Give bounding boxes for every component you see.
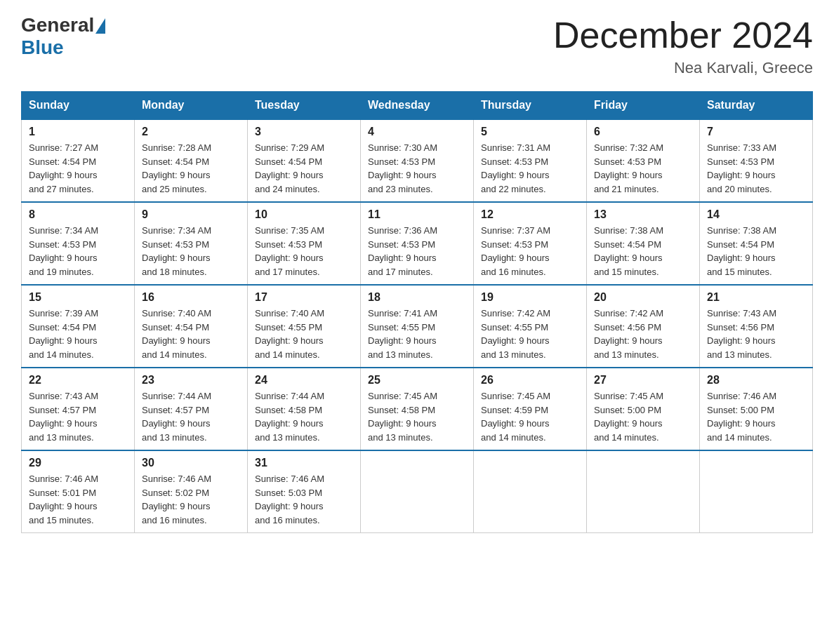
calendar-cell: 29 Sunrise: 7:46 AMSunset: 5:01 PMDaylig… — [22, 450, 135, 533]
column-header-friday: Friday — [587, 92, 700, 120]
day-number: 4 — [368, 126, 466, 138]
calendar-week-row: 29 Sunrise: 7:46 AMSunset: 5:01 PMDaylig… — [22, 450, 813, 533]
day-number: 9 — [142, 208, 240, 221]
day-number: 6 — [594, 126, 692, 138]
day-info: Sunrise: 7:30 AMSunset: 4:53 PMDaylight:… — [368, 142, 437, 194]
calendar-cell: 30 Sunrise: 7:46 AMSunset: 5:02 PMDaylig… — [135, 450, 248, 533]
day-number: 25 — [368, 374, 466, 387]
calendar-cell: 16 Sunrise: 7:40 AMSunset: 4:54 PMDaylig… — [135, 285, 248, 368]
calendar-cell: 14 Sunrise: 7:38 AMSunset: 4:54 PMDaylig… — [700, 202, 813, 285]
day-info: Sunrise: 7:37 AMSunset: 4:53 PMDaylight:… — [481, 225, 550, 277]
calendar-cell: 19 Sunrise: 7:42 AMSunset: 4:55 PMDaylig… — [474, 285, 587, 368]
calendar-cell: 1 Sunrise: 7:27 AMSunset: 4:54 PMDayligh… — [22, 119, 135, 202]
day-info: Sunrise: 7:46 AMSunset: 5:00 PMDaylight:… — [707, 391, 776, 443]
calendar-cell: 9 Sunrise: 7:34 AMSunset: 4:53 PMDayligh… — [135, 202, 248, 285]
calendar-table: SundayMondayTuesdayWednesdayThursdayFrid… — [21, 91, 813, 533]
day-info: Sunrise: 7:46 AMSunset: 5:02 PMDaylight:… — [142, 474, 211, 525]
day-number: 18 — [368, 291, 466, 304]
day-number: 10 — [255, 208, 353, 221]
day-info: Sunrise: 7:40 AMSunset: 4:54 PMDaylight:… — [142, 308, 211, 360]
day-info: Sunrise: 7:43 AMSunset: 4:56 PMDaylight:… — [707, 308, 776, 360]
day-number: 7 — [707, 126, 805, 138]
day-number: 28 — [707, 374, 805, 387]
calendar-cell: 31 Sunrise: 7:46 AMSunset: 5:03 PMDaylig… — [248, 450, 361, 533]
day-number: 29 — [29, 457, 127, 469]
calendar-cell: 26 Sunrise: 7:45 AMSunset: 4:59 PMDaylig… — [474, 368, 587, 450]
day-number: 26 — [481, 374, 579, 387]
logo-blue-text: Blue — [21, 36, 64, 59]
location-text: Nea Karvali, Greece — [553, 59, 813, 77]
calendar-week-row: 8 Sunrise: 7:34 AMSunset: 4:53 PMDayligh… — [22, 202, 813, 285]
day-info: Sunrise: 7:46 AMSunset: 5:03 PMDaylight:… — [255, 474, 324, 525]
day-info: Sunrise: 7:44 AMSunset: 4:58 PMDaylight:… — [255, 391, 324, 443]
day-info: Sunrise: 7:43 AMSunset: 4:57 PMDaylight:… — [29, 391, 98, 443]
day-number: 1 — [29, 126, 127, 138]
day-info: Sunrise: 7:38 AMSunset: 4:54 PMDaylight:… — [707, 225, 776, 277]
day-info: Sunrise: 7:41 AMSunset: 4:55 PMDaylight:… — [368, 308, 437, 360]
day-number: 22 — [29, 374, 127, 387]
day-number: 27 — [594, 374, 692, 387]
calendar-cell: 6 Sunrise: 7:32 AMSunset: 4:53 PMDayligh… — [587, 119, 700, 202]
calendar-cell: 15 Sunrise: 7:39 AMSunset: 4:54 PMDaylig… — [22, 285, 135, 368]
day-number: 2 — [142, 126, 240, 138]
day-number: 20 — [594, 291, 692, 304]
column-header-tuesday: Tuesday — [248, 92, 361, 120]
calendar-week-row: 1 Sunrise: 7:27 AMSunset: 4:54 PMDayligh… — [22, 119, 813, 202]
day-info: Sunrise: 7:40 AMSunset: 4:55 PMDaylight:… — [255, 308, 324, 360]
day-info: Sunrise: 7:33 AMSunset: 4:53 PMDaylight:… — [707, 142, 776, 194]
day-number: 19 — [481, 291, 579, 304]
day-info: Sunrise: 7:42 AMSunset: 4:56 PMDaylight:… — [594, 308, 663, 360]
day-number: 12 — [481, 208, 579, 221]
day-number: 24 — [255, 374, 353, 387]
day-info: Sunrise: 7:32 AMSunset: 4:53 PMDaylight:… — [594, 142, 663, 194]
calendar-cell: 28 Sunrise: 7:46 AMSunset: 5:00 PMDaylig… — [700, 368, 813, 450]
day-info: Sunrise: 7:31 AMSunset: 4:53 PMDaylight:… — [481, 142, 550, 194]
calendar-cell: 5 Sunrise: 7:31 AMSunset: 4:53 PMDayligh… — [474, 119, 587, 202]
calendar-cell: 17 Sunrise: 7:40 AMSunset: 4:55 PMDaylig… — [248, 285, 361, 368]
day-info: Sunrise: 7:28 AMSunset: 4:54 PMDaylight:… — [142, 142, 211, 194]
day-info: Sunrise: 7:44 AMSunset: 4:57 PMDaylight:… — [142, 391, 211, 443]
day-info: Sunrise: 7:36 AMSunset: 4:53 PMDaylight:… — [368, 225, 437, 277]
day-number: 15 — [29, 291, 127, 304]
header: General Blue December 2024 Nea Karvali, … — [21, 14, 813, 77]
calendar-cell: 11 Sunrise: 7:36 AMSunset: 4:53 PMDaylig… — [361, 202, 474, 285]
title-area: December 2024 Nea Karvali, Greece — [553, 14, 813, 77]
day-info: Sunrise: 7:38 AMSunset: 4:54 PMDaylight:… — [594, 225, 663, 277]
day-info: Sunrise: 7:35 AMSunset: 4:53 PMDaylight:… — [255, 225, 324, 277]
day-number: 17 — [255, 291, 353, 304]
day-number: 5 — [481, 126, 579, 138]
column-header-sunday: Sunday — [22, 92, 135, 120]
day-number: 14 — [707, 208, 805, 221]
calendar-cell: 24 Sunrise: 7:44 AMSunset: 4:58 PMDaylig… — [248, 368, 361, 450]
calendar-cell: 3 Sunrise: 7:29 AMSunset: 4:54 PMDayligh… — [248, 119, 361, 202]
day-number: 13 — [594, 208, 692, 221]
day-number: 11 — [368, 208, 466, 221]
day-info: Sunrise: 7:29 AMSunset: 4:54 PMDaylight:… — [255, 142, 324, 194]
calendar-cell: 2 Sunrise: 7:28 AMSunset: 4:54 PMDayligh… — [135, 119, 248, 202]
day-number: 31 — [255, 457, 353, 469]
calendar-cell — [361, 450, 474, 533]
calendar-cell: 18 Sunrise: 7:41 AMSunset: 4:55 PMDaylig… — [361, 285, 474, 368]
calendar-cell — [587, 450, 700, 533]
calendar-header-row: SundayMondayTuesdayWednesdayThursdayFrid… — [22, 92, 813, 120]
day-number: 16 — [142, 291, 240, 304]
calendar-cell: 25 Sunrise: 7:45 AMSunset: 4:58 PMDaylig… — [361, 368, 474, 450]
calendar-cell: 8 Sunrise: 7:34 AMSunset: 4:53 PMDayligh… — [22, 202, 135, 285]
calendar-cell: 21 Sunrise: 7:43 AMSunset: 4:56 PMDaylig… — [700, 285, 813, 368]
column-header-monday: Monday — [135, 92, 248, 120]
calendar-cell: 13 Sunrise: 7:38 AMSunset: 4:54 PMDaylig… — [587, 202, 700, 285]
day-number: 30 — [142, 457, 240, 469]
calendar-cell: 10 Sunrise: 7:35 AMSunset: 4:53 PMDaylig… — [248, 202, 361, 285]
calendar-cell: 7 Sunrise: 7:33 AMSunset: 4:53 PMDayligh… — [700, 119, 813, 202]
calendar-cell: 23 Sunrise: 7:44 AMSunset: 4:57 PMDaylig… — [135, 368, 248, 450]
day-info: Sunrise: 7:46 AMSunset: 5:01 PMDaylight:… — [29, 474, 98, 525]
calendar-cell: 12 Sunrise: 7:37 AMSunset: 4:53 PMDaylig… — [474, 202, 587, 285]
day-number: 21 — [707, 291, 805, 304]
day-info: Sunrise: 7:27 AMSunset: 4:54 PMDaylight:… — [29, 142, 98, 194]
calendar-week-row: 15 Sunrise: 7:39 AMSunset: 4:54 PMDaylig… — [22, 285, 813, 368]
day-info: Sunrise: 7:39 AMSunset: 4:54 PMDaylight:… — [29, 308, 98, 360]
calendar-cell: 4 Sunrise: 7:30 AMSunset: 4:53 PMDayligh… — [361, 119, 474, 202]
month-title: December 2024 — [553, 14, 813, 56]
calendar-cell — [474, 450, 587, 533]
calendar-cell: 22 Sunrise: 7:43 AMSunset: 4:57 PMDaylig… — [22, 368, 135, 450]
